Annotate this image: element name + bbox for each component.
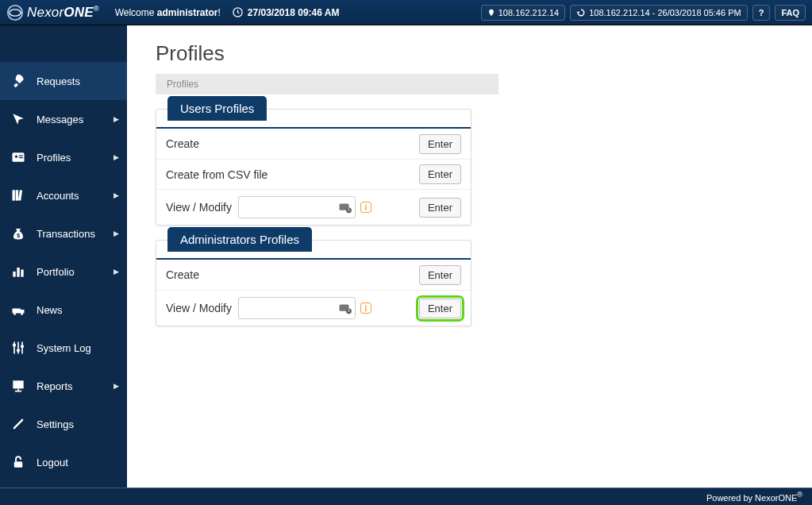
users-view-enter-button[interactable]: Enter [419, 198, 461, 218]
info-icon[interactable]: i [360, 303, 371, 314]
svg-rect-10 [13, 272, 15, 277]
rocket-icon [10, 72, 27, 90]
svg-point-15 [13, 313, 16, 315]
svg-rect-5 [19, 157, 23, 158]
admins-view-enter-button[interactable]: Enter [419, 299, 461, 318]
sidebar-item-transactions[interactable]: $ Transactions ▶ [0, 214, 127, 252]
brand-logo[interactable]: NexorONE® [6, 4, 99, 21]
svg-point-3 [15, 156, 17, 158]
megaphone-icon [10, 301, 27, 318]
panel-users-profiles: Users Profiles Create Enter Create from … [156, 109, 471, 226]
tools-icon [10, 415, 27, 433]
chevron-right-icon: ▶ [114, 153, 119, 161]
row-admins-create: Create Enter [156, 260, 471, 290]
sidebar-item-requests[interactable]: Requests [0, 62, 127, 100]
sidebar-item-accounts[interactable]: Accounts ▶ [0, 176, 127, 214]
row-users-create: Create Enter [156, 129, 471, 159]
users-create-enter-button[interactable]: Enter [419, 134, 461, 154]
panel-administrators-profiles: Administrators Profiles Create Enter Vie… [156, 240, 471, 326]
svg-rect-11 [17, 268, 19, 277]
sidebar-item-news[interactable]: News [0, 291, 127, 329]
logo-text: NexorONE® [27, 5, 99, 21]
footer: Powered by NexorONE® [0, 488, 812, 505]
keyboard-icon[interactable]: 6 [338, 301, 352, 315]
breadcrumb: Profiles [156, 74, 498, 94]
sidebar-item-profiles[interactable]: Profiles ▶ [0, 138, 127, 176]
logo-swirl-icon [6, 4, 24, 21]
keyboard-icon[interactable]: 6 [338, 200, 352, 214]
books-icon [10, 187, 27, 204]
svg-point-21 [17, 349, 20, 352]
current-ip-button[interactable]: 108.162.212.14 [481, 5, 565, 21]
cursor-icon [10, 110, 27, 128]
chevron-right-icon: ▶ [114, 115, 119, 123]
sidebar-item-label: News [37, 304, 63, 316]
sidebar-item-label: Settings [37, 418, 74, 430]
sidebar-item-reports[interactable]: Reports ▶ [0, 367, 127, 405]
row-label: Create [166, 137, 199, 150]
sidebar-item-system-log[interactable]: System Log [0, 329, 127, 367]
history-icon [576, 8, 586, 17]
sidebar-item-label: System Log [37, 342, 91, 354]
svg-rect-8 [18, 190, 22, 201]
chevron-right-icon: ▶ [114, 268, 119, 276]
sliders-icon [10, 339, 27, 357]
svg-point-0 [8, 5, 22, 19]
sidebar-item-label: Portfolio [37, 266, 75, 278]
sidebar: Requests Messages ▶ Profiles ▶ Accounts … [0, 25, 127, 488]
svg-point-16 [21, 313, 23, 315]
pin-icon [487, 8, 495, 17]
row-label: View / Modify [166, 302, 232, 314]
welcome-text: Welcome administrator! [115, 7, 221, 18]
row-label: Create from CSV file [166, 168, 267, 181]
row-label: View / Modify [166, 201, 232, 214]
panel-tab-admins: Administrators Profiles [167, 227, 312, 252]
row-admins-view: View / Modify 6 i Enter [156, 290, 471, 326]
sidebar-item-label: Accounts [37, 190, 79, 202]
sidebar-item-logout[interactable]: Logout [0, 443, 127, 481]
svg-rect-12 [21, 270, 23, 277]
chevron-right-icon: ▶ [114, 382, 119, 390]
svg-point-20 [13, 344, 16, 347]
main-content: Profiles Profiles Users Profiles Create … [127, 25, 812, 488]
sidebar-item-label: Reports [37, 380, 73, 392]
svg-rect-6 [13, 190, 15, 200]
sidebar-item-label: Profiles [37, 152, 71, 164]
svg-rect-7 [16, 190, 18, 200]
presentation-icon [10, 377, 27, 395]
sidebar-item-label: Messages [37, 114, 83, 125]
svg-rect-4 [19, 156, 23, 156]
faq-button[interactable]: FAQ [775, 5, 806, 21]
svg-point-22 [21, 345, 24, 348]
svg-rect-14 [21, 310, 25, 314]
bar-chart-icon [10, 263, 27, 280]
row-users-view: View / Modify 6 i Enter [156, 189, 471, 225]
server-datetime: 27/03/2018 09:46 AM [232, 6, 340, 18]
row-users-csv: Create from CSV file Enter [156, 159, 471, 189]
page-title: Profiles [156, 41, 783, 66]
panel-tab-users: Users Profiles [167, 96, 267, 121]
svg-rect-23 [13, 380, 23, 388]
id-card-icon [10, 148, 27, 166]
sidebar-item-label: Requests [37, 75, 80, 87]
row-label: Create [166, 268, 199, 281]
clock-icon [232, 6, 244, 18]
ip-history-button[interactable]: 108.162.212.14 - 26/03/2018 05:46 PM [570, 5, 747, 21]
svg-rect-25 [15, 391, 21, 392]
footer-text: Powered by NexorONE® [706, 491, 802, 503]
svg-rect-26 [14, 461, 23, 468]
sidebar-item-settings[interactable]: Settings [0, 405, 127, 443]
svg-rect-13 [13, 309, 21, 314]
chevron-right-icon: ▶ [114, 191, 119, 199]
admins-create-enter-button[interactable]: Enter [419, 265, 461, 285]
info-icon[interactable]: i [360, 202, 371, 213]
sidebar-item-label: Transactions [37, 228, 95, 240]
help-button[interactable]: ? [752, 5, 771, 21]
sidebar-item-portfolio[interactable]: Portfolio ▶ [0, 252, 127, 291]
sidebar-item-messages[interactable]: Messages ▶ [0, 100, 127, 138]
chevron-right-icon: ▶ [114, 229, 119, 237]
sidebar-item-label: Logout [37, 457, 68, 468]
money-bag-icon: $ [10, 225, 27, 242]
users-csv-enter-button[interactable]: Enter [419, 164, 461, 184]
lock-icon [10, 453, 27, 471]
